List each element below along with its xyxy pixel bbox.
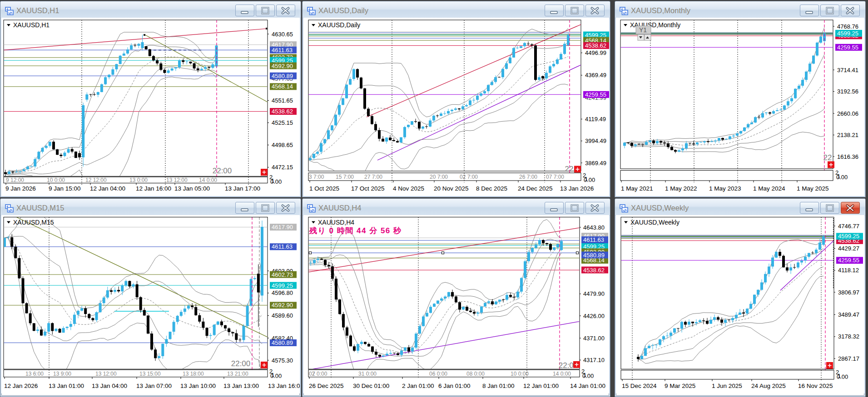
svg-text:4538.62: 4538.62 [585,42,606,49]
svg-text:15 7:00: 15 7:00 [336,174,354,180]
svg-text:3192.56: 3192.56 [837,88,858,95]
svg-text:7 0:00: 7 0:00 [312,371,327,377]
svg-text:13 21:00: 13 21:00 [227,371,248,377]
svg-text:9 12:00: 9 12:00 [6,177,24,183]
svg-text:13 Jan 07:00: 13 Jan 07:00 [136,382,172,389]
svg-text:4599.25: 4599.25 [272,282,293,289]
svg-text:4259.55: 4259.55 [838,257,859,264]
svg-text:12 Jan 01:00: 12 Jan 01:00 [523,382,559,389]
svg-text:6 Jan 01:00: 6 Jan 01:00 [438,382,471,389]
svg-text:1: 1 [271,372,274,378]
svg-text:4617.90: 4617.90 [272,224,293,230]
svg-text:13 15:00: 13 15:00 [139,371,161,377]
svg-text:08 0:00: 08 0:00 [466,371,485,377]
svg-text:残り 0 時間 44 分 56 秒: 残り 0 時間 44 分 56 秒 [309,226,402,235]
svg-text:4426.00: 4426.00 [583,313,605,319]
svg-text:8 Dec 2025: 8 Dec 2025 [476,185,507,192]
svg-text:13 12:00: 13 12:00 [166,177,188,183]
svg-text:4589.60: 4589.60 [272,312,293,319]
svg-text:4429.27: 4429.27 [838,245,859,252]
svg-text:13 Jan 04:00: 13 Jan 04:00 [92,382,127,389]
svg-text:30 Dec 01:00: 30 Dec 01:00 [353,382,389,389]
svg-text:26 7:00: 26 7:00 [519,174,537,180]
svg-text:3 7:00: 3 7:00 [309,174,324,180]
svg-text:3178.32: 3178.32 [838,333,859,340]
svg-text:12 Jan 04:00: 12 Jan 04:00 [90,185,125,192]
svg-text:12 12:00: 12 12:00 [85,177,107,183]
svg-text:4 Nov 2025: 4 Nov 2025 [393,185,424,192]
svg-text:4630.65: 4630.65 [272,31,293,38]
svg-text:4259.55: 4259.55 [585,91,606,98]
svg-text:4369.49: 4369.49 [585,72,606,78]
svg-text:4525.15: 4525.15 [272,119,293,126]
svg-text:4592.90: 4592.90 [272,63,293,69]
svg-text:4119.49: 4119.49 [585,116,606,123]
svg-text:3806.97: 3806.97 [838,289,859,296]
svg-text:13 Jan 10:00: 13 Jan 10:00 [180,382,216,389]
svg-text:13 Jan 01:00: 13 Jan 01:00 [49,382,84,389]
svg-text:1: 1 [585,176,588,182]
svg-text:8 Jan 01:00: 8 Jan 01:00 [482,382,515,389]
svg-text:XAUUSD,Weekly: XAUUSD,Weekly [630,219,680,226]
svg-text:15 Dec 2024: 15 Dec 2024 [622,382,657,389]
svg-text:14 0:00: 14 0:00 [199,177,217,183]
svg-text:20 Nov 2025: 20 Nov 2025 [434,185,469,192]
svg-text:07 7:00: 07 7:00 [546,174,564,180]
svg-text:4498.65: 4498.65 [272,142,293,148]
svg-text:1 May 2025: 1 May 2025 [797,185,829,192]
svg-text:4602.73: 4602.73 [272,271,293,278]
svg-text:1 May 2022: 1 May 2022 [665,185,697,192]
svg-text:13 9:00: 13 9:00 [53,371,71,377]
svg-text:4479.90: 4479.90 [583,290,605,297]
svg-text:02 7:00: 02 7:00 [460,174,478,180]
svg-text:20 7:00: 20 7:00 [430,174,448,180]
svg-text:22:00: 22:00 [231,359,251,368]
svg-text:13 Jan 17:00: 13 Jan 17:00 [225,185,260,192]
svg-text:1616.36: 1616.36 [837,153,858,160]
svg-text:4643.80: 4643.80 [583,224,605,231]
svg-text:4580.89: 4580.89 [272,73,293,79]
svg-text:4596.80: 4596.80 [272,289,293,296]
svg-text:Y1: Y1 [639,26,647,34]
svg-text:12 Jan 2026: 12 Jan 2026 [4,382,38,389]
svg-text:13 Jan 2026: 13 Jan 2026 [560,185,594,192]
svg-text:4259.55: 4259.55 [837,44,858,51]
svg-text:14 Jan 01:00: 14 Jan 01:00 [570,382,605,389]
svg-text:4496.99: 4496.99 [585,49,606,56]
svg-text:1: 1 [838,372,841,379]
svg-text:13 0:00: 13 0:00 [129,177,148,183]
svg-text:22:00: 22:00 [213,167,232,175]
svg-text:4538.62: 4538.62 [272,108,293,115]
svg-text:XAUUSD,H1: XAUUSD,H1 [13,21,50,29]
svg-text:17 Oct 2025: 17 Oct 2025 [351,185,385,192]
svg-text:1: 1 [271,177,274,184]
svg-text:13 12:00: 13 12:00 [95,371,117,377]
svg-text:16 Nov 2025: 16 Nov 2025 [798,382,833,389]
svg-text:27 7:00: 27 7:00 [364,174,382,180]
svg-text:4611.63: 4611.63 [272,243,293,250]
svg-text:XAUUSD,H4: XAUUSD,H4 [318,219,354,226]
svg-text:22: 22 [823,153,832,162]
svg-text:06 0:00: 06 0:00 [429,371,447,377]
svg-text:4611.63: 4611.63 [272,47,293,54]
svg-text:4371.00: 4371.00 [583,335,605,342]
svg-text:10 0:00: 10 0:00 [511,371,529,377]
svg-text:9 Jan 15:00: 9 Jan 15:00 [49,185,81,192]
svg-text:3869.49: 3869.49 [585,160,606,167]
svg-text:12 Jan 16:00: 12 Jan 16:00 [136,185,171,192]
svg-text:4768.76: 4768.76 [837,23,858,30]
svg-text:4599.25: 4599.25 [838,233,859,240]
svg-text:2867.17: 2867.17 [838,355,859,362]
svg-text:4568.14: 4568.14 [272,83,293,90]
svg-text:1 May 2021: 1 May 2021 [621,185,653,192]
svg-text:31 0:00: 31 0:00 [358,371,377,377]
svg-text:9 Mar 2025: 9 Mar 2025 [665,382,695,389]
svg-text:4538.62: 4538.62 [583,267,605,274]
svg-text:4611.63: 4611.63 [583,236,604,243]
svg-text:14 0:00: 14 0:00 [553,371,571,377]
svg-text:4317.10: 4317.10 [583,357,605,363]
svg-text:4575.30: 4575.30 [272,357,293,364]
svg-text:4746.77: 4746.77 [838,223,859,230]
svg-text:13 Jan 13:00: 13 Jan 13:00 [223,382,259,389]
svg-text:13 6:00: 13 6:00 [25,371,44,377]
